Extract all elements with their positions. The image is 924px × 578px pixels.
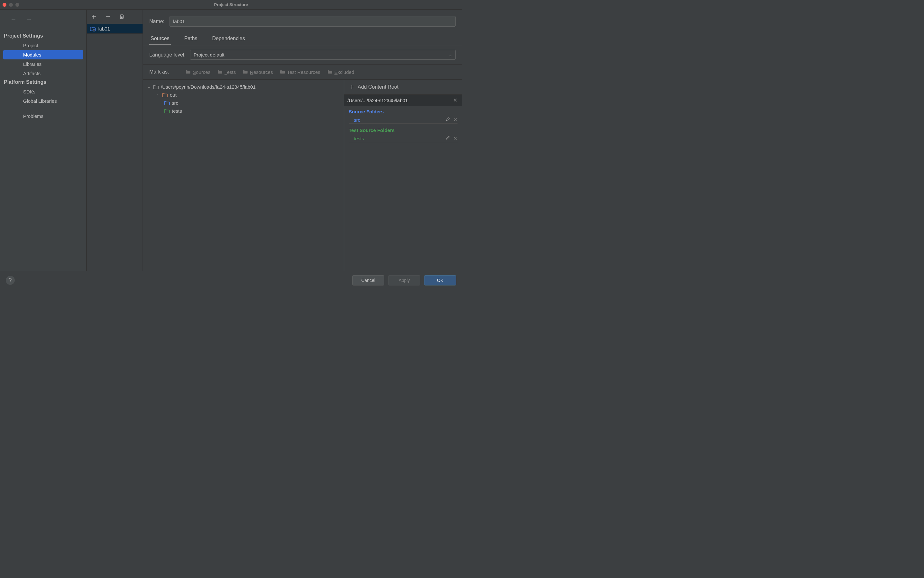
folder-icon: [217, 70, 222, 74]
language-level-row: Language level: Project default ⌄: [143, 45, 462, 65]
window-controls: [3, 3, 19, 7]
mark-resources-button[interactable]: Resources: [243, 69, 273, 75]
folder-icon: [153, 85, 159, 89]
add-content-root-button[interactable]: Add Content Root: [344, 80, 462, 95]
mark-sources-label: Sources: [193, 69, 210, 75]
sidebar-item-artifacts[interactable]: Artifacts: [0, 69, 86, 78]
ok-button[interactable]: OK: [424, 275, 456, 286]
module-folder-icon: [90, 26, 96, 31]
modules-toolbar: [87, 10, 143, 24]
source-folder-row[interactable]: src ✕: [349, 116, 457, 123]
folder-icon: [186, 70, 191, 74]
remove-content-root-icon[interactable]: ✕: [452, 97, 459, 103]
mark-test-resources-label: Test Resources: [287, 69, 320, 75]
titlebar: Project Structure: [0, 0, 462, 10]
forward-arrow-icon[interactable]: →: [26, 15, 32, 23]
folder-row-actions: ✕: [446, 135, 457, 141]
content-root-panel: Add Content Root /Users/.../fa24-s12345/…: [344, 80, 462, 271]
apply-button[interactable]: Apply: [388, 275, 420, 286]
add-module-icon[interactable]: [91, 14, 96, 19]
source-folders-heading: Source Folders: [349, 109, 457, 114]
svg-rect-1: [93, 29, 95, 31]
tree-item-label: out: [170, 92, 177, 97]
lower-split: ⌄ /Users/peyrin/Downloads/fa24-s12345/la…: [143, 80, 462, 271]
remove-module-icon[interactable]: [105, 14, 110, 19]
source-folder-name: src: [349, 117, 360, 123]
sidebar-item-global-libraries[interactable]: Global Libraries: [0, 96, 86, 106]
module-item-lab01[interactable]: lab01: [87, 24, 143, 34]
modules-list-panel: lab01: [87, 10, 143, 271]
tree-item-label: tests: [172, 108, 182, 114]
chevron-down-icon: ⌄: [449, 53, 452, 57]
tree-root-label: /Users/peyrin/Downloads/fa24-s12345/lab0…: [161, 84, 256, 89]
folder-row-actions: ✕: [446, 117, 457, 123]
sidebar-item-modules[interactable]: Modules: [3, 50, 83, 59]
settings-sidebar: ← → Project Settings Project Modules Lib…: [0, 10, 87, 271]
test-folder-row[interactable]: tests ✕: [349, 135, 457, 142]
tab-paths[interactable]: Paths: [183, 33, 199, 45]
tree-item-out[interactable]: › out: [147, 91, 340, 99]
language-level-label: Language level:: [149, 52, 186, 58]
content-area: ← → Project Settings Project Modules Lib…: [0, 10, 462, 271]
edit-icon[interactable]: [446, 135, 450, 141]
folder-icon: [162, 93, 168, 97]
help-button[interactable]: ?: [6, 276, 15, 285]
folder-icon: [164, 101, 170, 106]
detail-header: Name: Sources Paths Dependencies: [143, 10, 462, 45]
tab-sources[interactable]: Sources: [149, 33, 171, 45]
test-folders-section: Test Source Folders tests ✕: [344, 124, 462, 143]
language-level-value: Project default: [194, 52, 224, 57]
mark-resources-label: Resources: [250, 69, 273, 75]
sidebar-item-libraries[interactable]: Libraries: [0, 59, 86, 69]
test-folder-name: tests: [349, 136, 364, 141]
test-folders-heading: Test Source Folders: [349, 127, 457, 133]
tree-item-tests[interactable]: tests: [147, 107, 340, 115]
remove-folder-icon[interactable]: ✕: [453, 117, 457, 123]
cancel-button[interactable]: Cancel: [352, 275, 384, 286]
copy-module-icon[interactable]: [120, 14, 125, 19]
mark-excluded-label: Excluded: [334, 69, 355, 75]
zoom-window-button[interactable]: [15, 3, 19, 7]
detail-tabs: Sources Paths Dependencies: [149, 33, 456, 45]
dialog-actions: Cancel Apply OK: [352, 275, 456, 286]
close-window-button[interactable]: [3, 3, 6, 7]
module-item-label: lab01: [98, 26, 110, 31]
dialog-button-bar: ? Cancel Apply OK: [0, 271, 462, 289]
window-title: Project Structure: [214, 2, 248, 7]
mark-sources-button[interactable]: Sources: [186, 69, 210, 75]
name-input[interactable]: [170, 16, 456, 27]
platform-settings-heading: Platform Settings: [0, 78, 86, 87]
mark-test-resources-button[interactable]: Test Resources: [280, 69, 320, 75]
tree-item-src[interactable]: src: [147, 99, 340, 107]
language-level-select[interactable]: Project default ⌄: [190, 50, 456, 60]
name-row: Name:: [149, 16, 456, 27]
folder-icon: [243, 70, 248, 74]
tree-collapse-icon[interactable]: ⌄: [147, 85, 151, 89]
tree-root-row[interactable]: ⌄ /Users/peyrin/Downloads/fa24-s12345/la…: [147, 83, 340, 91]
sidebar-item-sdks[interactable]: SDKs: [0, 87, 86, 96]
minimize-window-button[interactable]: [9, 3, 13, 7]
nav-arrows: ← →: [0, 15, 86, 32]
content-root-path-row[interactable]: /Users/.../fa24-s12345/lab01 ✕: [344, 95, 462, 106]
back-arrow-icon[interactable]: ←: [10, 15, 17, 23]
project-settings-heading: Project Settings: [0, 32, 86, 41]
source-tree-panel: ⌄ /Users/peyrin/Downloads/fa24-s12345/la…: [143, 80, 344, 271]
plus-icon: [349, 84, 355, 89]
sidebar-item-problems[interactable]: Problems: [0, 111, 86, 121]
folder-icon: [164, 109, 170, 114]
mark-tests-label: Tests: [224, 69, 236, 75]
remove-folder-icon[interactable]: ✕: [453, 135, 457, 141]
sidebar-item-project[interactable]: Project: [0, 41, 86, 50]
folder-icon: [280, 70, 285, 74]
project-structure-dialog: Project Structure ← → Project Settings P…: [0, 0, 462, 289]
mark-as-row: Mark as: Sources Tests Resources Test Re…: [143, 65, 462, 80]
tree-expand-icon[interactable]: ›: [156, 93, 160, 97]
edit-icon[interactable]: [446, 117, 450, 123]
folder-icon: [327, 70, 332, 74]
tab-dependencies[interactable]: Dependencies: [211, 33, 246, 45]
name-label: Name:: [149, 19, 164, 24]
add-content-root-label: Add Content Root: [358, 84, 399, 90]
mark-tests-button[interactable]: Tests: [217, 69, 236, 75]
mark-excluded-button[interactable]: Excluded: [327, 69, 355, 75]
content-root-path-label: /Users/.../fa24-s12345/lab01: [347, 97, 408, 103]
